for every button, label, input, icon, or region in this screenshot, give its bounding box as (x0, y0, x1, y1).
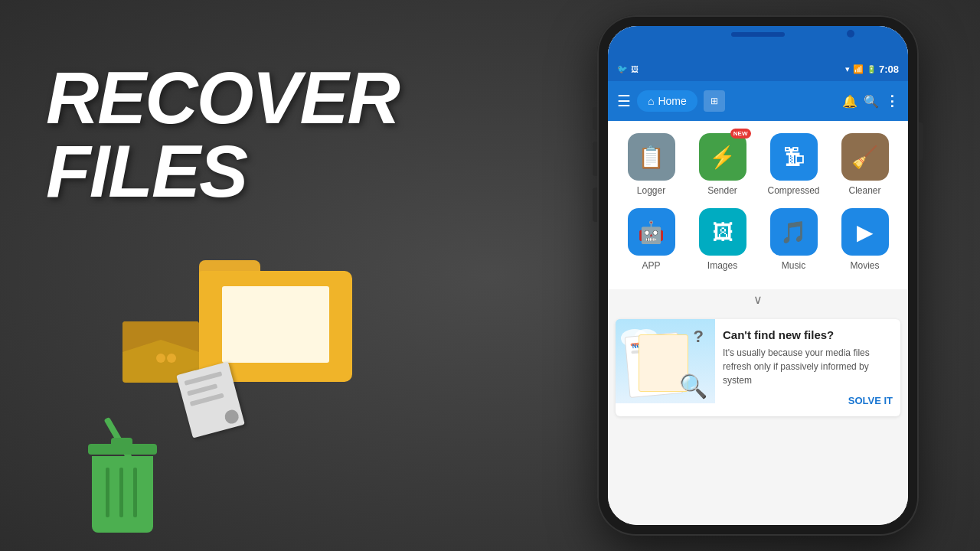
home-label: Home (658, 95, 686, 107)
status-time: 7:08 (879, 64, 899, 75)
grid-view-icon: ⊞ (710, 96, 718, 106)
expand-more-arrow[interactable]: ∨ (608, 289, 908, 313)
logger-label: Logger (637, 185, 665, 196)
volume-up-button (593, 142, 597, 176)
hero-title: RECOVERFILES (46, 61, 399, 208)
logger-icon: 📋 (628, 133, 675, 181)
compressed-label: Compressed (767, 185, 819, 196)
images-icon: 🖼 (699, 208, 746, 256)
notification-icon: 🐦 (617, 64, 628, 74)
speaker-bar (731, 32, 785, 37)
info-card-body: It's usually because your media files re… (723, 346, 893, 387)
info-card: New Files ? 🔍 Can't find new files? It's… (616, 319, 900, 416)
movies-label: Movies (850, 260, 879, 271)
question-mark-icon: ? (694, 327, 704, 347)
status-bar: 🐦 🖼 ▾ 📶 🔋 7:08 (608, 57, 908, 81)
phone-mockup: 🐦 🖼 ▾ 📶 🔋 7:08 ☰ ⌂ Home (582, 15, 934, 536)
home-icon: ⌂ (648, 95, 654, 107)
status-left-icons: 🐦 🖼 (617, 64, 639, 74)
phone-screen: 🐦 🖼 ▾ 📶 🔋 7:08 ☰ ⌂ Home (608, 26, 908, 525)
grid-item-cleaner[interactable]: 🧹 Cleaner (835, 133, 896, 196)
app-bar: ☰ ⌂ Home ⊞ 🔔 🔍 ⋮ (608, 81, 908, 121)
music-icon: 🎵 (770, 208, 818, 256)
mute-button (593, 107, 597, 130)
images-label: Images (707, 260, 737, 271)
app-grid: 📋 Logger ⚡ NEW Sender (608, 121, 908, 289)
view-toggle-button[interactable]: ⊞ (704, 90, 725, 112)
info-card-content: Can't find new files? It's usually becau… (715, 319, 900, 416)
compressed-icon: 🗜 (770, 133, 818, 181)
status-right-icons: ▾ 📶 🔋 7:08 (845, 64, 899, 75)
cleaner-label: Cleaner (848, 185, 880, 196)
grid-item-sender[interactable]: ⚡ NEW Sender (692, 133, 753, 196)
sender-label: Sender (707, 185, 737, 196)
grid-item-compressed[interactable]: 🗜 Compressed (763, 133, 825, 196)
phone-top-area (608, 26, 908, 57)
trash-icon (92, 444, 161, 533)
new-badge: NEW (730, 129, 751, 139)
app-bar-actions: 🔔 🔍 ⋮ (842, 93, 899, 109)
signal-icon: 📶 (853, 64, 864, 74)
sender-icon: ⚡ NEW (699, 133, 746, 181)
magnify-icon: 🔍 (679, 373, 707, 399)
grid-item-app[interactable]: 🤖 APP (621, 208, 682, 271)
search-icon[interactable]: 🔍 (864, 94, 879, 109)
illustration (46, 260, 490, 536)
overflow-menu-icon[interactable]: ⋮ (885, 93, 899, 109)
cleaner-icon: 🧹 (841, 133, 889, 181)
grid-item-music[interactable]: 🎵 Music (763, 208, 825, 271)
info-card-action: SOLVE IT (723, 393, 893, 407)
camera-dot (847, 30, 854, 37)
home-button[interactable]: ⌂ Home (637, 90, 697, 112)
grid-item-logger[interactable]: 📋 Logger (621, 133, 682, 196)
music-label: Music (782, 260, 805, 271)
movies-icon: ▶ (841, 208, 889, 256)
image-notification-icon: 🖼 (631, 65, 639, 73)
grid-item-images[interactable]: 🖼 Images (692, 208, 753, 271)
notification-bell-icon[interactable]: 🔔 (842, 94, 858, 109)
menu-icon[interactable]: ☰ (617, 92, 631, 110)
app-screen: 🐦 🖼 ▾ 📶 🔋 7:08 ☰ ⌂ Home (608, 26, 908, 525)
power-button (919, 122, 923, 161)
grid-item-movies[interactable]: ▶ Movies (835, 208, 896, 271)
solve-it-button[interactable]: SOLVE IT (848, 395, 893, 406)
app-label: APP (642, 260, 660, 271)
grid-row-1: 📋 Logger ⚡ NEW Sender (616, 133, 900, 196)
battery-icon: 🔋 (867, 65, 876, 73)
volume-down-button (593, 187, 597, 222)
grid-row-2: 🤖 APP 🖼 Images 🎵 (616, 208, 900, 271)
info-card-illustration: New Files ? 🔍 (616, 319, 715, 403)
phone-outer: 🐦 🖼 ▾ 📶 🔋 7:08 ☰ ⌂ Home (597, 15, 919, 536)
app-icon: 🤖 (628, 208, 675, 256)
info-card-title: Can't find new files? (723, 328, 893, 341)
wifi-icon: ▾ (845, 64, 850, 74)
